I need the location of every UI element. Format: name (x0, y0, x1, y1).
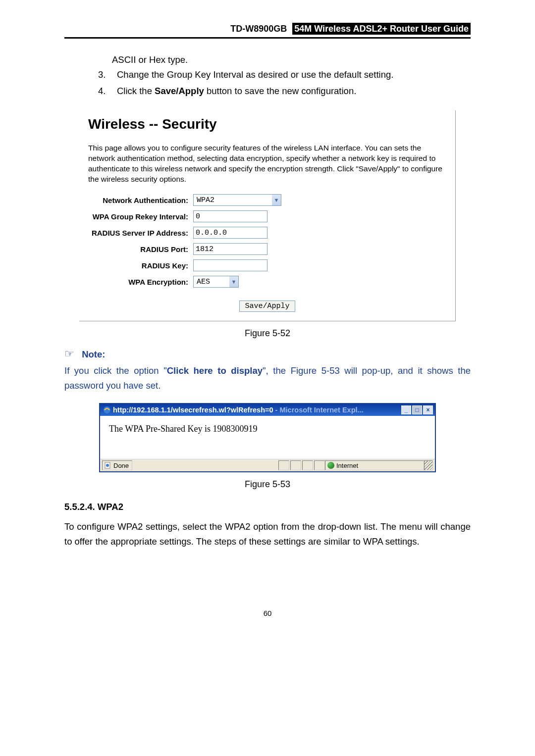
resize-grip-icon[interactable] (424, 460, 433, 470)
model-number: TD-W8900GB (230, 24, 287, 34)
maximize-button[interactable]: □ (412, 405, 422, 414)
radiuskey-label: RADIUS Key: (88, 261, 193, 270)
close-button[interactable]: × (423, 405, 433, 414)
list-item: 4. Click the Save/Apply button to save t… (98, 84, 471, 99)
form-row: WPA Group Rekey Interval: (88, 210, 446, 222)
form-row: RADIUS Server IP Address: (88, 227, 446, 239)
intro-text: ASCII or Hex type. 3. Change the Group K… (88, 52, 471, 99)
pointing-hand-icon: ☞ (64, 348, 74, 360)
titlebar-url: http://192.168.1.1/wlsecrefresh.wl?wlRef… (113, 406, 364, 414)
window-titlebar: http://192.168.1.1/wlsecrefresh.wl?wlRef… (100, 404, 435, 416)
status-segment (278, 460, 289, 470)
list-number: 3. (98, 67, 108, 82)
radiusport-input[interactable] (193, 243, 268, 255)
list-item: 3. Change the Group Key Interval as desi… (98, 67, 471, 82)
wireless-security-screenshot: Wireless -- Security This page allows yo… (79, 110, 456, 322)
popup-screenshot: http://192.168.1.1/wlsecrefresh.wl?wlRef… (99, 403, 436, 472)
continuation-text: ASCII or Hex type. (112, 52, 471, 67)
netauth-label: Network Authentication: (88, 196, 193, 204)
panel-description: This page allows you to configure securi… (88, 143, 446, 185)
status-bar: Done Internet (100, 459, 435, 471)
panel-title: Wireless -- Security (88, 116, 446, 132)
popup-body: The WPA Pre-Shared Key is 1908300919 (100, 416, 435, 459)
form-row: Network Authentication: WPA2 ▼ (88, 194, 446, 206)
page-icon (104, 461, 111, 469)
section-heading: 5.5.2.4. WPA2 (64, 502, 471, 512)
list-number: 4. (98, 84, 108, 99)
wpaenc-select[interactable]: AES ▼ (193, 276, 239, 288)
list-text: Click the Save/Apply button to save the … (117, 84, 356, 99)
chevron-down-icon: ▼ (272, 195, 281, 205)
svg-point-2 (106, 464, 109, 467)
radiuskey-input[interactable] (193, 259, 268, 271)
status-segment (314, 460, 325, 470)
status-zone: Internet (325, 460, 424, 470)
figure-caption: Figure 5-53 (64, 479, 471, 490)
page-header: TD-W8900GB 54M Wireless ADSL2+ Router Us… (64, 24, 471, 37)
note-body: If you click the option "Click here to d… (64, 363, 471, 393)
page-number: 60 (64, 609, 471, 617)
note-heading: ☞ Note: (64, 348, 471, 360)
figure-caption: Figure 5-52 (64, 328, 471, 339)
status-segment (290, 460, 301, 470)
chevron-down-icon: ▼ (229, 276, 238, 287)
minimize-button[interactable]: _ (401, 405, 411, 414)
section-body: To configure WPA2 settings, select the W… (64, 519, 471, 550)
wpaenc-label: WPA Encryption: (88, 278, 193, 286)
ie-icon (103, 406, 111, 414)
form-row: WPA Encryption: AES ▼ (88, 276, 446, 288)
save-apply-button[interactable]: Save/Apply (239, 301, 295, 312)
form-row: RADIUS Key: (88, 259, 446, 271)
guide-title: 54M Wireless ADSL2+ Router User Guide (292, 23, 471, 35)
rekey-input[interactable] (193, 210, 268, 222)
status-done: Done (102, 460, 132, 470)
form-row: RADIUS Port: (88, 243, 446, 255)
radiusport-label: RADIUS Port: (88, 245, 193, 253)
header-rule (64, 37, 471, 39)
radiusip-input[interactable] (193, 227, 268, 239)
globe-icon (327, 462, 334, 469)
rekey-label: WPA Group Rekey Interval: (88, 212, 193, 221)
list-text: Change the Group Key Interval as desired… (117, 67, 393, 82)
radiusip-label: RADIUS Server IP Address: (88, 229, 193, 237)
netauth-select[interactable]: WPA2 ▼ (193, 194, 281, 206)
status-segment (302, 460, 313, 470)
